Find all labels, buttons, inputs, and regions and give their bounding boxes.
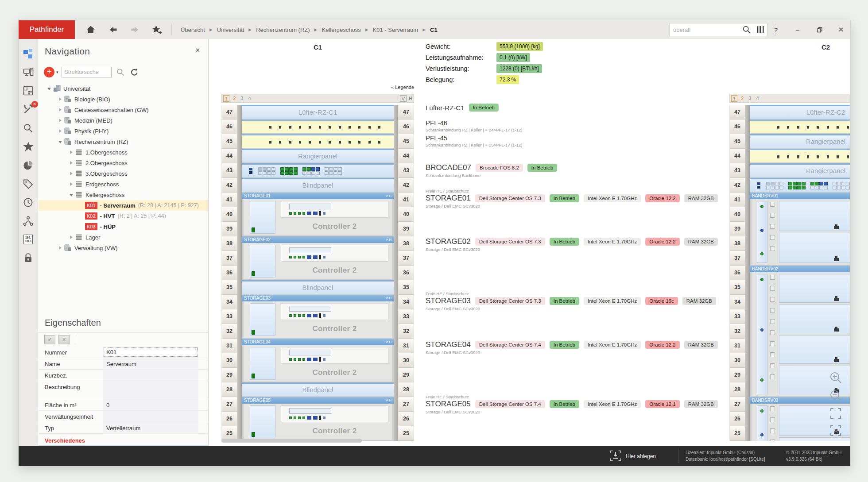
breadcrumb-item[interactable]: Übersicht xyxy=(181,27,205,33)
tree-item[interactable]: 1.Obergeschoss xyxy=(39,147,208,158)
device-entry[interactable]: Freie HE / StaubschutzSTORAGE01Dell Stor… xyxy=(426,189,718,208)
tree-item[interactable]: Medizin (MED) xyxy=(39,115,208,126)
rail-piechart-icon[interactable] xyxy=(22,159,35,171)
rack-unit-switch[interactable] xyxy=(242,163,394,177)
tree-expander-icon[interactable] xyxy=(69,150,74,154)
rack-unit-patchpanel[interactable] xyxy=(750,120,850,133)
tree-expander-icon[interactable] xyxy=(69,161,74,165)
tree-item[interactable]: Universität xyxy=(39,83,208,94)
tree-expander-icon[interactable] xyxy=(58,246,63,250)
device-entry[interactable]: Freie HE / StaubschutzSTORAGE05Dell Stor… xyxy=(426,394,718,414)
rail-tag-icon[interactable] xyxy=(22,178,35,189)
tree-item[interactable]: Geisteswissenschaften (GW) xyxy=(39,104,208,115)
device-entry[interactable]: Lüfter-RZ-C1In Betrieb xyxy=(426,104,499,112)
rack-unit-storage[interactable]: STORAGE02V HController 2 xyxy=(242,236,394,279)
rail-hierarchy-icon[interactable] xyxy=(22,48,35,59)
tree-item[interactable]: Rechenzentrum (RZ) xyxy=(39,136,208,147)
horizontal-scrollbar[interactable] xyxy=(221,439,362,443)
tree-expander-icon[interactable] xyxy=(69,182,74,186)
device-entry[interactable]: Freie HE / StaubschutzSTORAGE03Dell Stor… xyxy=(426,291,716,311)
tree-expander-icon[interactable] xyxy=(69,235,74,239)
property-input-nummer[interactable] xyxy=(104,347,198,357)
rack-unit-storage[interactable]: STORAGE03V HController 2 xyxy=(242,295,394,338)
drop-zone[interactable]: Hier ablegen xyxy=(610,450,656,463)
forward-icon[interactable] xyxy=(130,24,140,35)
tree-item[interactable]: Verwaltung (VW) xyxy=(39,243,208,253)
help-button[interactable]: ? xyxy=(772,26,780,34)
home-icon[interactable] xyxy=(85,24,96,35)
tree-item[interactable]: Kellergeschoss xyxy=(39,189,208,200)
tree-expander-icon[interactable] xyxy=(69,172,74,175)
breadcrumb-item[interactable]: K01 - Serverraum xyxy=(373,27,418,33)
rail-workstation-icon[interactable] xyxy=(22,66,35,78)
legend-link[interactable]: « Legende xyxy=(221,85,414,90)
discard-button[interactable]: ✕ xyxy=(58,335,70,344)
fit-view-icon[interactable] xyxy=(829,407,842,420)
close-icon[interactable]: ✕ xyxy=(195,47,200,54)
tree-expander-icon[interactable] xyxy=(46,87,52,90)
zoom-in-icon[interactable] xyxy=(829,371,842,384)
zoom-out-icon[interactable] xyxy=(829,389,842,402)
rack-unit-label[interactable]: Lüfter-RZ-C1 xyxy=(242,105,394,119)
rack-unit-label[interactable]: Blindpanel xyxy=(242,280,394,294)
rack-unit-label[interactable]: Rangierpanel xyxy=(750,134,850,148)
rack-unit-tape[interactable]: BANDSRV01 xyxy=(750,193,850,265)
chevron-down-icon[interactable]: ▾ xyxy=(56,70,58,74)
add-favorite-icon[interactable] xyxy=(152,24,163,35)
tree-item[interactable]: Erdgeschoss xyxy=(39,179,208,189)
properties-section-misc[interactable]: Verschiedenes xyxy=(39,434,208,446)
rack-unit-storage[interactable]: STORAGE04V HController 2 xyxy=(242,339,394,382)
app-logo[interactable]: Pathfinder xyxy=(19,20,75,39)
label-zoom-icon[interactable]: A xyxy=(829,424,842,437)
rack-unit-storage[interactable]: STORAGE01V HController 2 xyxy=(242,193,394,235)
structure-search-input[interactable] xyxy=(62,67,112,77)
tree-expander-icon[interactable] xyxy=(58,129,63,133)
rail-clock-icon[interactable] xyxy=(22,197,35,208)
tree-item[interactable]: 3.Obergeschoss xyxy=(39,168,208,179)
device-entry[interactable]: PFL-45Schrankanbindung RZ | Keller | » B… xyxy=(426,134,523,147)
device-entry[interactable]: BROCADE07Brocade FOS 8.2In BetriebSchran… xyxy=(426,163,557,178)
device-entry[interactable]: STORAGE04Dell Storage Center OS 7.4In Be… xyxy=(426,340,718,355)
rail-topology-icon[interactable] xyxy=(22,215,35,227)
rail-tools-icon[interactable]: 3 xyxy=(22,104,35,115)
rack-unit-label[interactable]: Rangierpanel xyxy=(750,163,850,177)
tree-expander-icon[interactable] xyxy=(58,108,63,112)
tree-item[interactable]: K02- HVT(R: 2 | A: 25 | P: 44) xyxy=(39,211,208,221)
breadcrumb-item[interactable]: Kellergeschoss xyxy=(322,27,360,33)
rack-unit-label[interactable]: Blindpanel xyxy=(242,178,394,192)
barcode-icon[interactable] xyxy=(757,26,764,34)
rack-unit-patchpanel[interactable] xyxy=(750,149,850,162)
rack-unit-switch[interactable] xyxy=(750,178,850,192)
rail-floorplan-icon[interactable] xyxy=(22,85,35,96)
close-button[interactable]: ✕ xyxy=(837,26,845,34)
tree-item[interactable]: K01- Serverraum(R: 28 | A: 2145 | P: 927… xyxy=(39,200,208,211)
back-icon[interactable] xyxy=(108,24,118,35)
rack-unit-patchpanel[interactable] xyxy=(242,120,394,133)
tree-item[interactable]: K03- HÜP xyxy=(39,221,208,232)
add-node-button[interactable]: + xyxy=(44,67,54,77)
rack-unit-label[interactable]: Rangierpanel xyxy=(242,149,394,162)
rack-unit-label[interactable]: Blindpanel xyxy=(242,382,394,396)
rail-star-icon[interactable] xyxy=(22,141,35,152)
tree-expander-icon[interactable] xyxy=(69,193,74,197)
device-entry[interactable]: STORAGE02Dell Storage Center OS 7.3In Be… xyxy=(426,237,718,252)
refresh-icon[interactable] xyxy=(130,68,139,77)
breadcrumb-item[interactable]: C1 xyxy=(430,27,438,33)
breadcrumb-item[interactable]: Rechenzentrum (RZ) xyxy=(256,27,310,33)
minimize-button[interactable]: – xyxy=(794,26,802,34)
rail-search-icon[interactable] xyxy=(22,122,35,134)
breadcrumb-item[interactable]: Universität xyxy=(217,27,244,33)
rack-unit-label[interactable]: Lüfter-RZ-C2 xyxy=(750,105,850,119)
tree-item[interactable]: Biologie (BIO) xyxy=(39,94,208,104)
search-icon[interactable] xyxy=(742,25,751,34)
tree-item[interactable]: Lager xyxy=(39,232,208,243)
rail-ip-icon[interactable]: 192.0.0.1 xyxy=(22,234,35,245)
global-search-input[interactable] xyxy=(670,27,740,33)
apply-button[interactable]: ✔ xyxy=(44,335,55,344)
rack-unit-storage[interactable]: STORAGE05V HController 2 xyxy=(242,397,394,440)
tree-expander-icon[interactable] xyxy=(58,119,63,122)
restore-button[interactable] xyxy=(815,27,823,33)
rail-lock-icon[interactable] xyxy=(22,252,35,264)
search-icon[interactable] xyxy=(116,68,124,76)
tree-item[interactable]: Physik (PHY) xyxy=(39,126,208,136)
